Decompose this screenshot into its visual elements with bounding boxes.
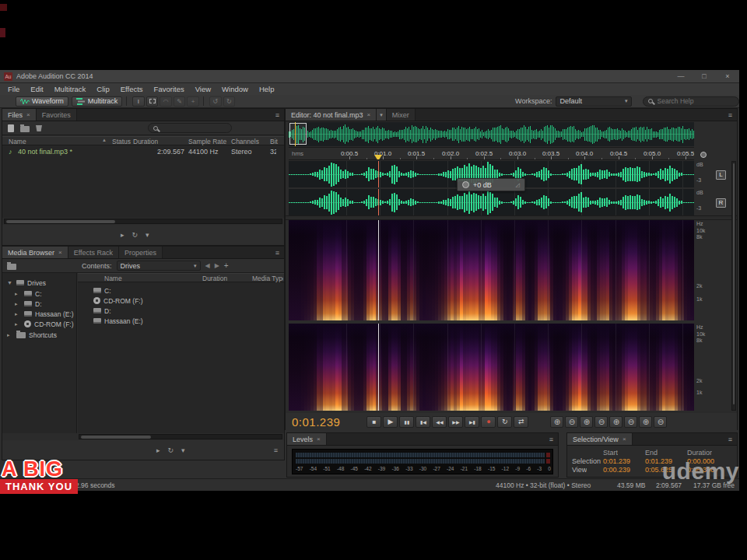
time-display[interactable]: 0:01.239 [292, 415, 340, 429]
menu-effects[interactable]: Effects [115, 85, 149, 93]
hud-expand-icon[interactable]: ◿ [516, 182, 520, 188]
add-shortcut-icon[interactable]: + [224, 261, 229, 270]
zoom-in-point-button[interactable]: ⊕ [609, 416, 622, 428]
skip-back-button[interactable]: ▮◀ [416, 416, 430, 428]
clip-indicator[interactable] [546, 453, 550, 457]
right-channel-button[interactable]: R [716, 198, 726, 208]
menu-multitrack[interactable]: Multitrack [49, 85, 92, 93]
multitrack-view-button[interactable]: Multitrack [72, 96, 123, 107]
close-button[interactable]: × [716, 70, 739, 82]
browser-column-header[interactable]: Name Duration Media Type [78, 273, 284, 282]
files-search-input[interactable] [161, 124, 226, 133]
options-icon[interactable]: ▾ [146, 231, 149, 239]
close-icon[interactable]: × [622, 436, 626, 443]
tree-item-drives[interactable]: ▼ Drives [7, 278, 75, 288]
panel-menu-icon[interactable]: ≡ [545, 436, 558, 443]
lasso-selection-tool[interactable]: ◠ [160, 96, 172, 107]
preview-play-icon[interactable]: ▸ [121, 231, 124, 239]
menu-view[interactable]: View [190, 85, 216, 93]
tab-properties[interactable]: Properties [119, 247, 163, 258]
panel-menu-icon[interactable]: ≡ [724, 436, 737, 443]
tab-favorites[interactable]: Favorites [37, 109, 77, 121]
clip-indicator[interactable] [546, 459, 550, 464]
browser-horizontal-scrollbar[interactable] [79, 434, 282, 439]
preview-play-icon[interactable]: ▸ [156, 446, 160, 454]
tab-effects-rack[interactable]: Effects Rack [68, 247, 119, 258]
time-selection-tool[interactable]: I [132, 96, 145, 107]
stop-button[interactable]: ■ [366, 416, 381, 428]
panel-menu-icon[interactable]: ≡ [271, 249, 284, 257]
play-button[interactable]: ▶ [383, 416, 398, 428]
knob-icon[interactable] [700, 152, 707, 158]
close-icon[interactable]: × [26, 111, 30, 118]
selection-start[interactable]: 0:01.239 [603, 457, 630, 465]
delete-file-icon[interactable] [36, 124, 42, 131]
zoom-out-horizontal-button[interactable]: ⊖ [594, 416, 608, 428]
menu-window[interactable]: Window [216, 85, 254, 93]
list-item[interactable]: Hassaan (E:) [93, 316, 280, 326]
zoom-selection-button[interactable]: ⊕ [639, 416, 652, 428]
timeline-ruler[interactable]: hms 0:00.5 0:01.0 0:01.5 0:02.0 0:02.5 0… [289, 147, 694, 160]
tab-media-browser[interactable]: Media Browser× [2, 247, 68, 258]
undo-icon[interactable]: ↺ [209, 96, 222, 107]
waveform-right-channel[interactable] [289, 189, 694, 215]
tree-view-icon[interactable] [7, 264, 16, 270]
zoom-out-point-button[interactable]: ⊖ [624, 416, 637, 428]
vertical-scrollbar[interactable] [731, 161, 736, 411]
help-search-input[interactable] [656, 96, 734, 106]
spectrogram-right-channel[interactable] [289, 324, 694, 411]
twisty-open-icon[interactable]: ▼ [7, 280, 13, 285]
close-icon[interactable]: × [367, 111, 371, 118]
panel-options-icon[interactable]: ≡ [274, 446, 284, 454]
fast-forward-button[interactable]: ▶▶ [448, 416, 463, 428]
twisty-closed-icon[interactable]: ▸ [15, 311, 21, 317]
zoom-out-button[interactable]: ⊖ [565, 416, 578, 428]
loop-icon[interactable]: ↻ [168, 446, 174, 454]
record-button[interactable]: ● [481, 416, 496, 428]
tab-selection-view[interactable]: Selection/View× [567, 433, 633, 445]
playhead-marker[interactable] [374, 155, 382, 160]
left-channel-button[interactable]: L [716, 170, 726, 180]
volume-knob-icon[interactable] [462, 181, 469, 188]
view-start[interactable]: 0:00.239 [603, 466, 630, 474]
tree-item-hassaan[interactable]: ▸ Hassaan (E:) [15, 309, 75, 319]
minimize-button[interactable]: — [669, 70, 693, 82]
loop-playback-button[interactable]: ↻ [497, 416, 512, 428]
menu-help[interactable]: Help [254, 85, 280, 93]
menu-favorites[interactable]: Favorites [149, 85, 190, 93]
rewind-button[interactable]: ◀◀ [432, 416, 447, 428]
tab-levels[interactable]: Levels× [287, 433, 327, 445]
menu-clip[interactable]: Clip [91, 85, 114, 93]
overview-view-box[interactable] [289, 123, 307, 145]
pause-button[interactable]: ▮▮ [399, 416, 414, 428]
spectrogram-left-channel[interactable] [289, 220, 694, 320]
redo-icon[interactable]: ↻ [223, 96, 236, 107]
zoom-full-button[interactable]: ⊖ [654, 416, 667, 428]
open-file-icon[interactable] [20, 126, 30, 132]
list-item[interactable]: C: [93, 285, 280, 296]
twisty-closed-icon[interactable]: ▸ [7, 332, 13, 338]
skip-selection-button[interactable]: ⇄ [514, 416, 528, 428]
panel-menu-icon[interactable]: ≡ [271, 111, 284, 119]
menu-edit[interactable]: Edit [25, 85, 48, 93]
twisty-closed-icon[interactable]: ▸ [15, 291, 21, 297]
contents-dropdown[interactable]: Drives ▾ [117, 261, 201, 271]
overview-playhead[interactable] [295, 122, 296, 146]
tree-item-d[interactable]: ▸ D: [15, 299, 75, 309]
tab-mixer[interactable]: Mixer [387, 109, 416, 121]
tree-item-shortcuts[interactable]: ▸ Shortcuts [7, 330, 75, 340]
workspace-dropdown[interactable]: Default ▾ [556, 96, 631, 107]
skip-forward-button[interactable]: ▶▮ [465, 416, 479, 428]
new-file-icon[interactable] [8, 124, 14, 132]
list-item[interactable]: CD-ROM (F:) [93, 296, 280, 306]
twisty-closed-icon[interactable]: ▸ [15, 321, 21, 327]
marquee-selection-tool[interactable] [146, 96, 159, 107]
file-row[interactable]: ♪ 40 not final.mp3 * 2:09.567 44100 Hz S… [2, 147, 284, 157]
tab-files[interactable]: Files× [2, 109, 37, 121]
tree-item-c[interactable]: ▸ C: [15, 289, 75, 299]
files-column-header[interactable]: Name ▲ Status Duration Sample Rate Chann… [2, 136, 284, 145]
tree-item-cdrom[interactable]: ▸ CD-ROM (F:) [15, 319, 75, 329]
loop-icon[interactable]: ↻ [132, 231, 139, 239]
maximize-button[interactable]: □ [693, 70, 716, 82]
waveform-view-button[interactable]: Waveform [16, 96, 68, 107]
